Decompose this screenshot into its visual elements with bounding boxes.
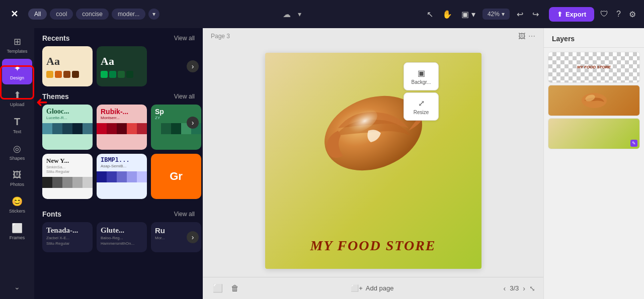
redo-btn[interactable]: ↪ bbox=[530, 8, 541, 21]
color-swatch bbox=[52, 123, 62, 134]
doc-title-chevron[interactable]: ▾ bbox=[298, 10, 301, 18]
fonts-view-all[interactable]: View all bbox=[174, 211, 195, 218]
stickers-icon: 😊 bbox=[12, 196, 23, 207]
recent-card-1[interactable]: Aa bbox=[42, 46, 93, 86]
fonts-title: Fonts bbox=[42, 210, 61, 218]
sidebar-collapse-btn[interactable]: ⌄ bbox=[10, 279, 24, 295]
footer-frame-btn[interactable]: ⬜ bbox=[211, 281, 225, 295]
font-card-tenada[interactable]: Tenada-... Zacbel X-E... Stilu-Regular bbox=[42, 222, 93, 252]
sidebar-item-photos[interactable]: 🖼 Photos bbox=[2, 166, 32, 191]
resize-icon: ⤢ bbox=[418, 98, 425, 108]
theme-ibm-top: IBMPl... Asap-SemiB... bbox=[97, 154, 147, 171]
font-card-tenada-sub1: Zacbel X-E... bbox=[46, 236, 89, 240]
text-icon: T bbox=[14, 116, 20, 128]
add-page-btn[interactable]: ⬜+ Add page bbox=[351, 284, 393, 292]
canvas-food-store-text[interactable]: MY FOOD STORE bbox=[310, 238, 436, 254]
font-card-glute-sub2: HammersmithOn... bbox=[101, 241, 143, 246]
sidebar-item-upload[interactable]: ⬆ Upload bbox=[2, 85, 32, 111]
prev-page-btn[interactable]: ‹ bbox=[504, 284, 506, 292]
filter-more-dropdown[interactable]: ▾ bbox=[148, 9, 159, 20]
theme-card-newy[interactable]: New Y... SinkinSa... Stilu-Regular bbox=[42, 154, 93, 199]
layers-list: MY FOOD STORE ✎ bbox=[544, 48, 644, 153]
theme-glooc-title: Glooc... bbox=[46, 108, 89, 116]
doc-title-area: ▾ bbox=[295, 10, 301, 18]
themes-row1-next-btn[interactable]: › bbox=[187, 117, 199, 129]
shield-icon[interactable]: 🛡 bbox=[598, 8, 610, 21]
resize-tool-btn[interactable]: ⤢ Resize bbox=[404, 92, 439, 121]
layer-item-text[interactable]: MY FOOD STORE bbox=[548, 52, 640, 83]
zoom-control[interactable]: 42% ▾ bbox=[482, 9, 510, 20]
layer-thumb-background bbox=[548, 119, 639, 149]
font-card-glute-sub1: Baloo-Reg... bbox=[101, 236, 143, 240]
filter-moder[interactable]: moder... bbox=[112, 9, 145, 20]
theme-newy-subtitle: SinkinSa... bbox=[46, 165, 89, 169]
sidebar-item-templates[interactable]: ⊞ Templates bbox=[2, 32, 32, 58]
recent-card-2-label: Aa bbox=[101, 55, 114, 68]
canvas-footer: ⬜ 🗑 ⬜+ Add page ‹ 3/3 › ⤡ bbox=[203, 277, 543, 299]
filter-concise[interactable]: concise bbox=[76, 9, 109, 20]
font-card-glute[interactable]: Glute... Baloo-Reg... HammersmithOn... bbox=[97, 222, 147, 252]
theme-ibm-title: IBMPl... bbox=[101, 157, 143, 164]
layer-item-background[interactable]: ✎ bbox=[548, 118, 640, 149]
theme-card-orange[interactable]: Gr bbox=[151, 154, 201, 199]
sidebar-item-design[interactable]: ✦ Design bbox=[2, 59, 32, 84]
color-swatch bbox=[83, 123, 93, 134]
themes-cards-row1: Glooc... Lucette-R... Rubik-... Montserr… bbox=[34, 105, 203, 150]
color-swatch bbox=[83, 177, 93, 188]
recent-card-2-colors bbox=[101, 71, 133, 78]
theme-ibm-colors bbox=[97, 171, 147, 182]
undo-btn[interactable]: ↩ bbox=[515, 8, 525, 21]
recents-view-all[interactable]: View all bbox=[174, 35, 195, 42]
topbar-tools: ↖ ✋ ▣ ▾ 42% ▾ ↩ ↪ bbox=[425, 8, 540, 21]
color-swatch bbox=[97, 171, 107, 182]
footer-delete-btn[interactable]: 🗑 bbox=[229, 281, 241, 295]
next-page-btn[interactable]: › bbox=[523, 284, 525, 292]
recents-next-btn[interactable]: › bbox=[187, 60, 199, 72]
select-tool[interactable]: ↖ bbox=[425, 8, 435, 21]
theme-card-rubik[interactable]: Rubik-... Montserr... bbox=[97, 105, 147, 150]
page-more-icon[interactable]: ⋯ bbox=[528, 32, 535, 40]
add-page-icon: ⬜+ bbox=[351, 284, 363, 292]
theme-card-ibm[interactable]: IBMPl... Asap-SemiB... bbox=[97, 154, 147, 199]
layer-item-croissant[interactable] bbox=[548, 85, 640, 116]
app-logo[interactable]: ✕ bbox=[6, 6, 22, 22]
photos-icon: 🖼 bbox=[13, 170, 22, 180]
expand-canvas-btn[interactable]: ⤡ bbox=[529, 284, 535, 292]
page-options-icon[interactable]: 🖼 bbox=[518, 32, 525, 40]
color-swatch bbox=[137, 123, 147, 134]
sidebar-item-shapes[interactable]: ◎ Shapes bbox=[2, 139, 32, 165]
color-swatch bbox=[127, 171, 137, 182]
fonts-next-btn[interactable]: › bbox=[187, 231, 199, 243]
background-tool-btn[interactable]: ▣ Backgr... bbox=[404, 62, 439, 90]
sidebar-item-frames[interactable]: ⬜ Frames bbox=[2, 219, 32, 244]
filter-cool[interactable]: cool bbox=[50, 9, 73, 20]
sidebar-item-text[interactable]: T Text bbox=[2, 112, 32, 138]
recent-card-1-label: Aa bbox=[46, 55, 60, 68]
settings-icon[interactable]: ⚙ bbox=[627, 8, 638, 21]
layer-thumb-croissant bbox=[548, 85, 639, 116]
color-swatch bbox=[42, 177, 52, 188]
sidebar-item-stickers[interactable]: 😊 Stickers bbox=[2, 192, 32, 218]
theme-newy-sub2: Stilu-Regular bbox=[46, 169, 89, 174]
theme-card-glooc[interactable]: Glooc... Lucette-R... bbox=[42, 105, 93, 150]
recent-card-2[interactable]: Aa bbox=[97, 46, 147, 86]
color-swatch bbox=[107, 123, 117, 134]
themes-view-all[interactable]: View all bbox=[174, 93, 195, 100]
topbar-right-icons: 🛡 ? ⚙ bbox=[598, 8, 638, 21]
layer-preview-text: MY FOOD STORE bbox=[577, 65, 611, 70]
canvas-scroll[interactable]: MY FOOD STORE bbox=[203, 44, 543, 277]
theme-newy-colors bbox=[42, 177, 93, 188]
color-swatch bbox=[107, 171, 117, 182]
help-icon[interactable]: ? bbox=[614, 8, 623, 21]
hand-tool[interactable]: ✋ bbox=[440, 8, 454, 21]
color-dot bbox=[101, 71, 108, 78]
layout-tool[interactable]: ▣ ▾ bbox=[459, 8, 477, 21]
filter-all[interactable]: All bbox=[28, 9, 47, 20]
theme-orange-title: Gr bbox=[170, 170, 183, 183]
recents-title: Recents bbox=[42, 34, 69, 42]
cloud-icon: ☁ bbox=[283, 10, 291, 19]
color-swatch bbox=[161, 123, 171, 134]
layer-croissant-preview bbox=[579, 90, 609, 111]
export-button[interactable]: ⬆ Export bbox=[549, 7, 594, 22]
color-swatch bbox=[117, 171, 127, 182]
